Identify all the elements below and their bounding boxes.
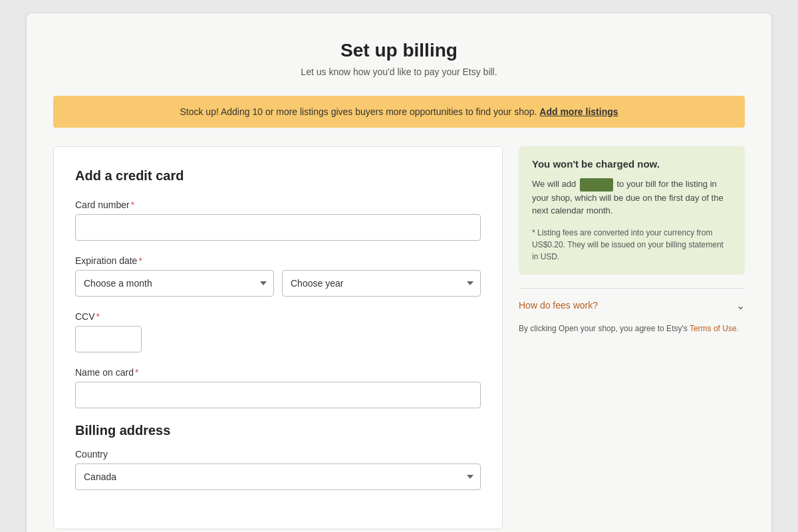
divider	[519, 288, 745, 289]
credit-card-section-title: Add a credit card	[75, 168, 481, 184]
charge-notice-text: We will add to your bill for the listing…	[532, 178, 732, 217]
fees-link-text: How do fees work?	[519, 300, 598, 311]
billing-section-title: Billing address	[75, 423, 481, 438]
chevron-down-icon: ⌄	[736, 299, 745, 312]
fee-note: * Listing fees are converted into your c…	[532, 227, 732, 263]
ccv-input[interactable]	[75, 326, 142, 352]
add-listings-link[interactable]: Add more listings	[539, 106, 618, 117]
month-select[interactable]: Choose a month JanuaryFebruaryMarchApril…	[75, 270, 274, 297]
page-title: Set up billing	[53, 40, 745, 61]
ccv-label: CCV*	[75, 311, 481, 322]
promo-banner: Stock up! Adding 10 or more listings giv…	[53, 96, 745, 128]
sidebar-panel: You won't be charged now. We will add to…	[519, 146, 745, 334]
charge-notice-title: You won't be charged now.	[532, 158, 732, 170]
country-group: Country Canada	[75, 449, 481, 490]
required-star: *	[131, 200, 134, 210]
page-wrapper: Set up billing Let us know how you'd lik…	[27, 13, 771, 532]
card-number-group: Card number*	[75, 200, 481, 241]
fees-link[interactable]: How do fees work? ⌄	[519, 299, 745, 312]
name-input[interactable]	[75, 382, 481, 408]
country-select[interactable]: Canada	[75, 464, 481, 490]
main-content: Add a credit card Card number* Expiratio…	[53, 146, 745, 529]
card-number-label: Card number*	[75, 200, 481, 210]
form-panel: Add a credit card Card number* Expiratio…	[53, 146, 503, 529]
terms-link[interactable]: Terms of Use.	[690, 324, 739, 333]
terms-text: By clicking Open your shop, you agree to…	[519, 323, 745, 334]
year-select[interactable]: Choose year 2024202520262027202820292030…	[282, 270, 481, 297]
name-group: Name on card*	[75, 367, 481, 408]
card-number-input[interactable]	[75, 214, 481, 241]
expiration-group: Expiration date* Choose a month JanuaryF…	[75, 255, 481, 297]
charge-notice: You won't be charged now. We will add to…	[519, 146, 745, 275]
required-star: *	[138, 255, 142, 266]
name-label: Name on card*	[75, 367, 481, 378]
required-star: *	[96, 311, 100, 322]
ccv-group: CCV*	[75, 311, 481, 352]
expiration-label: Expiration date*	[75, 255, 481, 266]
country-label: Country	[75, 449, 481, 460]
banner-text: Stock up! Adding 10 or more listings giv…	[180, 106, 537, 117]
required-star: *	[135, 367, 138, 378]
expiration-row: Choose a month JanuaryFebruaryMarchApril…	[75, 270, 481, 297]
page-header: Set up billing Let us know how you'd lik…	[53, 40, 745, 77]
page-subtitle: Let us know how you'd like to pay your E…	[53, 66, 745, 77]
blurred-amount	[580, 178, 613, 192]
